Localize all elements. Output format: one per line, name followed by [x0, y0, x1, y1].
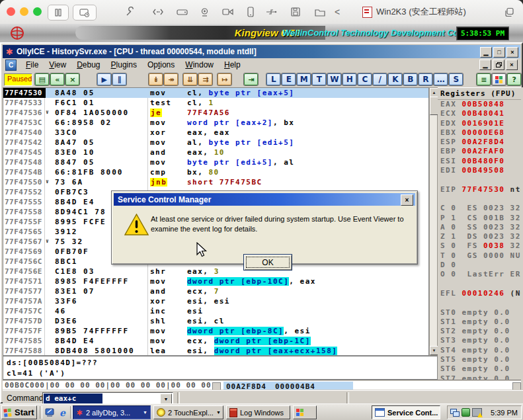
menu-options[interactable]: Options — [142, 60, 180, 69]
wrench-icon[interactable] — [122, 5, 138, 19]
chevron-down-icon[interactable]: ▼ — [160, 394, 172, 404]
register-line[interactable]: EBX 00000E68 — [438, 128, 521, 138]
disasm-row[interactable]: 77F47536∨0F84 1A050000je77F47A56 — [3, 108, 428, 118]
disasm-row[interactable]: 77F4757783E1 07andecx, 7 — [3, 286, 428, 296]
minimize-button[interactable]: ▁ — [480, 47, 492, 58]
internet-explorer-icon[interactable]: e — [57, 407, 68, 418]
register-line[interactable]: EIP 77F47530 ntdl — [438, 185, 521, 194]
dialog-titlebar[interactable]: Service Control Manager × — [114, 193, 415, 206]
register-line[interactable]: ST3 empty 0.0 — [438, 336, 521, 345]
register-line[interactable]: ST1 empty 0.0 — [438, 317, 521, 327]
register-line[interactable]: ESP 00A2F8D4 — [438, 138, 521, 147]
copy-window-icon[interactable] — [501, 5, 517, 19]
register-line[interactable]: ST2 empty 0.0 — [438, 327, 521, 336]
menu-file[interactable]: File — [20, 60, 44, 69]
register-line[interactable] — [438, 194, 521, 204]
toolbar-step-into-button[interactable]: ↡ — [149, 73, 163, 85]
task-touchexpl-group[interactable]: 2 TouchExpl...▼ — [153, 405, 223, 419]
network-tray-icon[interactable] — [450, 409, 460, 417]
save-icon[interactable] — [288, 5, 303, 19]
code-icon[interactable] — [150, 5, 166, 19]
registers-pane[interactable]: Registers (FPU) EAX 00B50848ECX 00B48041… — [438, 87, 521, 390]
register-line[interactable]: ST4 empty 0.0 — [438, 346, 521, 355]
toolbar-restart-button[interactable]: « — [50, 73, 64, 85]
register-line[interactable]: EFL 00010246 (NO, — [438, 289, 521, 298]
toolbar-windows-button[interactable]: W — [327, 73, 341, 85]
task-service-control-manager[interactable]: Service Cont... — [372, 405, 440, 419]
toolbar-memory-button[interactable]: M — [297, 73, 311, 85]
disassembly-scrollbar[interactable]: ▲ ▼ — [429, 87, 438, 356]
toolbar-source-button[interactable]: S — [449, 73, 463, 85]
disasm-row[interactable]: 77F475718985 F4FEFFFFmovdword ptr [ebp-1… — [3, 276, 428, 286]
folder-icon[interactable] — [312, 5, 328, 19]
chevron-down-icon[interactable]: ▼ — [143, 410, 147, 415]
vm-pause-button[interactable] — [48, 5, 69, 21]
cpu-window-icon[interactable]: C — [5, 60, 17, 71]
mdi-minimize-button[interactable]: ▁ — [479, 60, 491, 70]
toolbar-log-button[interactable]: L — [266, 73, 280, 85]
register-line[interactable]: T 0 GS 0000 NULL — [438, 251, 521, 261]
register-line[interactable]: O 0 LastErr ERRO — [438, 270, 521, 279]
disasm-row[interactable]: 77F4753C66:8958 02movword ptr [eax+2], b… — [3, 118, 428, 128]
register-line[interactable]: EDX 0016901E — [438, 119, 521, 128]
register-line[interactable]: EBP 00A2FAF0 — [438, 147, 521, 156]
mac-close-button[interactable] — [7, 7, 15, 16]
toolbar-threads-button[interactable]: T — [312, 73, 326, 85]
register-line[interactable]: ECX 00B48041 — [438, 109, 521, 118]
toolbar-run-button[interactable]: ▶ — [97, 73, 111, 85]
disasm-row[interactable]: 77F4754B66:81FB 8000cmpbx, 80 — [3, 167, 428, 177]
usb-icon[interactable] — [263, 5, 279, 19]
start-button[interactable]: Start — [1, 405, 37, 419]
menu-window[interactable]: Window — [180, 60, 219, 69]
toolbar-references-button[interactable]: R — [419, 73, 432, 85]
vm-warning-tray-icon[interactable] — [472, 408, 482, 417]
register-line[interactable]: EAX 00B50848 — [438, 100, 521, 109]
toolbar-breakpoints-button[interactable]: B — [403, 73, 417, 85]
disasm-row[interactable]: 77F4757F89B5 74FFFFFFmovdword ptr [ebp-8… — [3, 326, 428, 336]
disasm-row[interactable]: 77F475488847 05movbyte ptr [edi+5], al — [3, 157, 428, 167]
register-line[interactable]: S 0 FS 0038 32bi — [438, 241, 521, 251]
collapse-toolbar-icon[interactable]: < — [329, 5, 345, 19]
toolbar-go-to-button[interactable]: ⇥ — [244, 73, 258, 85]
disasm-row[interactable]: 77F4754033C0xoreax, eax — [3, 128, 428, 138]
register-line[interactable] — [438, 298, 521, 308]
toolbar-run-trace-button[interactable]: … — [434, 73, 448, 85]
phone-icon[interactable] — [243, 5, 259, 19]
register-line[interactable] — [438, 175, 521, 185]
toolbar-step-over-button[interactable]: ↠ — [164, 73, 178, 85]
register-line[interactable]: EDI 00B49508 — [438, 166, 521, 175]
mac-zoom-button[interactable] — [33, 7, 42, 16]
toolbar-help-button[interactable]: ? — [507, 73, 521, 85]
register-line[interactable]: ST6 empty 0.0 — [438, 364, 521, 374]
show-desktop-icon[interactable] — [44, 407, 55, 418]
vm-snapshot-button[interactable] — [73, 5, 97, 21]
toolbar-cpu-button[interactable]: C — [358, 73, 372, 85]
dialog-close-button[interactable]: × — [401, 194, 413, 206]
chevron-down-icon[interactable]: ▼ — [216, 410, 221, 415]
toolbar-windows-list-button[interactable]: ≡ — [477, 73, 491, 85]
disasm-row[interactable]: 77F47533F6C1 01testcl, 1 — [3, 98, 428, 108]
register-line[interactable]: C 0 ES 0023 32bi — [438, 204, 521, 213]
toolbar-appearance-button[interactable] — [492, 73, 506, 85]
disasm-row[interactable]: 77F4757DD3E6shlesi, cl — [3, 316, 428, 326]
toolbar-open-button[interactable]: ▤ — [35, 73, 49, 85]
disasm-row[interactable]: 77F475858B4D E4movecx, dword ptr [ebp-1C… — [3, 336, 428, 346]
menu-help[interactable]: Help — [219, 60, 246, 69]
agent-tray-icon[interactable] — [462, 408, 470, 417]
dump-scroll-nub[interactable] — [212, 382, 221, 390]
videocam-icon[interactable] — [220, 5, 236, 19]
close-button[interactable]: × — [506, 47, 518, 58]
disasm-row[interactable]: 77F4757A33F6xoresi, esi — [3, 296, 428, 306]
register-line[interactable] — [438, 280, 521, 289]
toolbar-patches-button[interactable]: / — [373, 73, 387, 85]
stack-scroll-nub[interactable] — [512, 382, 521, 390]
disasm-row[interactable]: 77F475888DB408 5801000leaesi, dword ptr … — [3, 346, 428, 356]
toolbar-till-return-button[interactable]: ↦ — [218, 73, 231, 85]
menu-debug[interactable]: Debug — [71, 60, 105, 69]
register-line[interactable]: ST5 empty 0.0 — [438, 355, 521, 364]
drive-icon[interactable] — [174, 5, 190, 19]
disasm-row[interactable]: 77F4757C46incesi — [3, 306, 428, 316]
toolbar-executables-button[interactable]: E — [282, 73, 296, 85]
toolbar-animate-over-button[interactable]: ⇉ — [198, 73, 212, 85]
disasm-row[interactable]: 77F47550∨73 6Ajnbshort 77F475BC — [3, 177, 428, 187]
